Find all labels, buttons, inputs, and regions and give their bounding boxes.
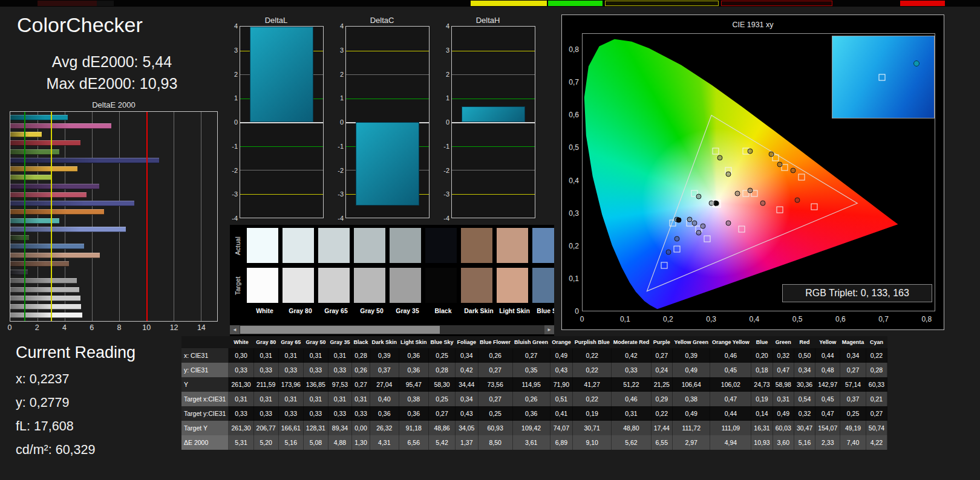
delta-chart-plot [240,26,324,218]
table-cell: 58,30 [429,377,456,392]
table-cell: 0,54 [794,392,815,406]
table-cell: 0,49 [672,406,710,421]
gridline [346,74,429,75]
cie-measured-point [769,152,774,157]
table-cell: 0,27 [866,406,887,421]
swatch-label: Light Skin [497,307,532,314]
table-cell: 30,47 [794,421,815,435]
cie-measured-point [747,187,753,193]
table-cell: 0,31 [229,392,253,406]
table-cell: 0,27 [651,348,672,363]
scroll-right-arrow[interactable]: ► [544,325,554,334]
table-cell: 0,22 [573,363,612,377]
table-cell: 58,98 [773,377,794,392]
cie-chart-title: CIE 1931 xy [562,21,944,29]
cie-measured-point [726,171,731,177]
table-cell: 0,24 [651,363,672,377]
status-segment [900,1,945,6]
table-cell: 142,97 [815,377,840,392]
deltae-bar [10,244,84,249]
actual-row-label: Actual [234,229,243,264]
deltae-bar-row [10,192,217,198]
deltae-bar-row [10,175,217,180]
gridline [452,122,535,123]
table-cell: 261,30 [229,421,253,435]
deltae-bar [10,270,28,275]
table-row: Target Y261,30206,77166,61128,3189,340,0… [181,421,887,435]
axis-tick-label: -1 [443,143,449,150]
target-swatch [283,268,314,303]
cie-target-point [704,236,710,242]
table-row: ΔE 20005,315,205,165,084,881,304,316,565… [181,435,887,450]
table-cell: 0,33 [303,363,328,377]
table-cell: 2,33 [815,435,840,450]
row-label: ΔE 2000 [181,435,229,450]
actual-swatch [497,228,528,263]
deltae-bar-row [10,278,217,284]
table-cell: 0,25 [840,406,866,421]
axis-tick-label: 4 [340,22,344,30]
table-cell: 0,49 [672,363,710,377]
table-cell: 60,03 [773,421,794,435]
table-cell: 17,44 [651,421,672,435]
table-cell: 0,27 [512,348,550,363]
table-cell: 16,31 [751,421,773,435]
table-cell: 24,73 [751,377,773,392]
table-cell: 5,08 [303,435,328,450]
cie-plot: RGB Triplet: 0, 133, 163 [582,33,935,311]
row-label: y: CIE31 [181,363,229,377]
reading-x: x: 0,2237 [16,372,136,387]
reference-line [24,112,25,321]
axis-tick-label: -2 [338,167,344,174]
deltae-chart: DeltaE 2000 02468101214 [10,100,218,334]
delta-chart-panel: DeltaC43210-1-2-3-4 [335,16,430,218]
table-cell: 27,04 [370,377,399,392]
cie-yaxis: 00,10,20,30,40,50,60,70,8 [563,33,581,311]
reading-y: y: 0,2779 [16,395,136,410]
cie-measured-point [665,250,671,255]
table-cell: 0,36 [399,348,429,363]
column-header: Gray 35 [328,336,351,348]
target-swatch-row [247,268,554,303]
table-cell: 49,19 [840,421,866,435]
table-cell: 0,34 [840,348,866,363]
cie-measured-point [777,161,783,167]
table-cell: 0,33 [612,363,652,377]
column-header: Foliage [456,336,479,348]
target-swatch [497,268,528,303]
actual-swatch [461,228,492,263]
delta-chart-plot [345,26,430,218]
table-cell: 0,25 [478,406,512,421]
reference-line [51,112,52,321]
table-cell: 111,09 [710,421,751,435]
deltae-bar [10,158,159,163]
table-cell: 30,71 [573,421,612,435]
scrollbar-thumb[interactable] [240,326,440,334]
table-cell: 136,85 [303,377,328,392]
column-header: Gray 50 [303,336,328,348]
table-cell: 5,16 [278,435,303,450]
delta-yaxis: 43210-1-2-3-4 [229,26,240,218]
table-cell: 34,44 [456,377,479,392]
table-cell: 1,30 [351,435,370,450]
axis-tick-label: -3 [338,190,344,198]
table-cell: 6,55 [651,435,672,450]
gridline [452,170,535,170]
axis-tick-label: 0,8 [921,315,932,323]
table-cell: 0,33 [328,363,351,377]
table-cell: 0,34 [794,363,815,377]
table-cell: 5,20 [253,435,278,450]
scroll-left-arrow[interactable]: ◄ [230,325,240,334]
deltae-bar [10,278,77,284]
column-header: Blue Sky [429,336,456,348]
table-cell: 0,33 [229,363,253,377]
table-cell: 0,33 [278,406,303,421]
column-header: Gray 65 [278,336,303,348]
horizontal-scrollbar[interactable]: ◄ ► [230,325,554,334]
table-cell: 0,31 [351,392,370,406]
table-cell: 0,33 [351,406,370,421]
cie-measured-point [696,230,701,235]
cie-target-point [661,262,667,268]
table-cell: 0,21 [866,392,887,406]
chart-title: DeltaC [335,16,430,25]
